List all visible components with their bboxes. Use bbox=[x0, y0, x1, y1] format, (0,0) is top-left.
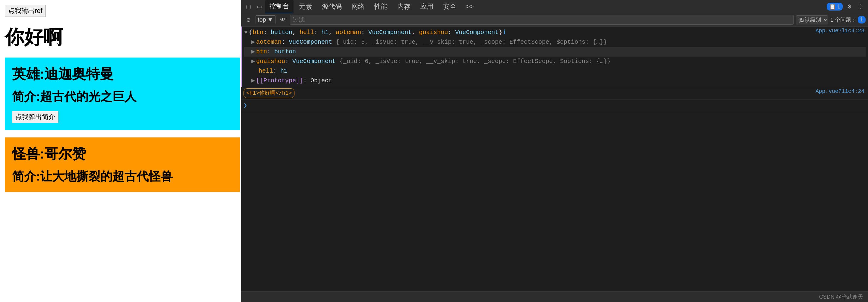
row-btn: ▶ btn : button bbox=[244, 47, 866, 57]
branding-text: CSDN @暗武逢天 bbox=[819, 293, 863, 301]
tab-more[interactable]: >> bbox=[462, 1, 478, 12]
console-output: App.vue?l1c4:23 ▼ { btn : button , hell … bbox=[241, 27, 868, 291]
app-preview: 点我输出ref 你好啊 英雄:迪迦奥特曼 简介:超古代的光之巨人 点我弹出简介 … bbox=[0, 0, 241, 302]
tab-security[interactable]: 安全 bbox=[439, 0, 461, 13]
block-icon[interactable]: ⊘ bbox=[244, 15, 253, 25]
tab-application[interactable]: 应用 bbox=[416, 0, 438, 13]
expand-arrow[interactable]: ▼ bbox=[244, 28, 248, 37]
console-entry-summary: ▼ { btn : button , hell : h1 , aoteman :… bbox=[244, 28, 866, 37]
settings-icon[interactable]: ⚙ bbox=[844, 2, 854, 11]
tab-network[interactable]: 网络 bbox=[347, 0, 369, 13]
cursor-icon[interactable]: ⬚ bbox=[244, 2, 253, 11]
eye-icon[interactable]: 👁 bbox=[278, 15, 287, 25]
more-icon[interactable]: ⋮ bbox=[856, 2, 866, 11]
devtools-tabbar: ⬚ ▭ 控制台 元素 源代码 网络 性能 内存 应用 安全 >> 📋 1 ⚙ ⋮ bbox=[241, 0, 868, 13]
row-arrow-guaishou[interactable]: ▶ bbox=[251, 57, 255, 66]
devtools-actions: 📋 1 ⚙ ⋮ bbox=[827, 2, 866, 11]
row-guaishou: ▶ guaishou : VueComponent {_uid: 6, _isV… bbox=[244, 57, 866, 66]
prompt-cursor bbox=[250, 102, 253, 109]
row-arrow-btn[interactable]: ▶ bbox=[251, 47, 255, 57]
source-link-1[interactable]: App.vue?l1c4:23 bbox=[815, 28, 864, 34]
devtools-bottombar: CSDN @暗武逢天 bbox=[241, 291, 868, 302]
page-title: 你好啊 bbox=[5, 24, 236, 50]
hero-name: 英雄:迪迦奥特曼 bbox=[12, 65, 233, 84]
devtools-panel: ⬚ ▭ 控制台 元素 源代码 网络 性能 内存 应用 安全 >> 📋 1 ⚙ ⋮… bbox=[241, 0, 868, 302]
tab-elements[interactable]: 元素 bbox=[295, 0, 316, 13]
console-prompt[interactable]: ❯ bbox=[241, 100, 868, 111]
console-entry-object: App.vue?l1c4:23 ▼ { btn : button , hell … bbox=[241, 27, 868, 87]
device-icon[interactable]: ▭ bbox=[254, 2, 264, 11]
tab-sources[interactable]: 源代码 bbox=[318, 0, 346, 13]
hero-card: 英雄:迪迦奥特曼 简介:超古代的光之巨人 点我弹出简介 bbox=[5, 58, 240, 130]
row-arrow-prototype[interactable]: ▶ bbox=[251, 76, 255, 86]
tab-memory[interactable]: 内存 bbox=[393, 0, 415, 13]
row-aoteman: ▶ aoteman : VueComponent {_uid: 5, _isVu… bbox=[244, 37, 866, 47]
level-select[interactable]: 默认级别 bbox=[796, 16, 828, 24]
show-desc-button[interactable]: 点我弹出简介 bbox=[12, 111, 59, 123]
devtools-toolbar2: ⊘ top ▼ 👁 默认级别 1 个问题： 1 bbox=[241, 13, 868, 27]
top-context-selector[interactable]: top ▼ bbox=[255, 16, 276, 24]
tab-performance[interactable]: 性能 bbox=[370, 0, 392, 13]
issues-label: 1 个问题： bbox=[830, 16, 857, 24]
row-prototype: ▶ [[Prototype]] : Object bbox=[244, 76, 866, 86]
monster-card: 怪兽:哥尔赞 简介:让大地撕裂的超古代怪兽 bbox=[5, 138, 240, 192]
info-icon[interactable]: ℹ bbox=[503, 28, 506, 37]
chevron-right-icon: ❯ bbox=[244, 101, 247, 109]
tab-console[interactable]: 控制台 bbox=[265, 0, 293, 13]
issues-badge: 1 个问题： 1 bbox=[830, 16, 866, 24]
monster-desc: 简介:让大地撕裂的超古代怪兽 bbox=[12, 168, 233, 185]
h1-tag-line: <h1>你好啊</h1> bbox=[244, 88, 866, 98]
row-arrow-aoteman[interactable]: ▶ bbox=[251, 37, 255, 47]
hero-desc: 简介:超古代的光之巨人 bbox=[12, 88, 233, 105]
chevron-down-icon: ▼ bbox=[267, 16, 273, 23]
console-entry-h1: App.vue?l1c4:24 <h1>你好啊</h1> bbox=[241, 87, 868, 100]
monster-name: 怪兽:哥尔赞 bbox=[12, 145, 233, 163]
top-label: top bbox=[258, 16, 266, 23]
console-badge: 📋 1 bbox=[827, 3, 843, 10]
h1-html-tag: <h1>你好啊</h1> bbox=[244, 88, 294, 98]
issues-count: 1 bbox=[858, 16, 866, 24]
ref-output-button[interactable]: 点我输出ref bbox=[5, 5, 46, 17]
row-hell: hell : h1 bbox=[244, 66, 866, 76]
filter-input[interactable] bbox=[290, 15, 794, 25]
